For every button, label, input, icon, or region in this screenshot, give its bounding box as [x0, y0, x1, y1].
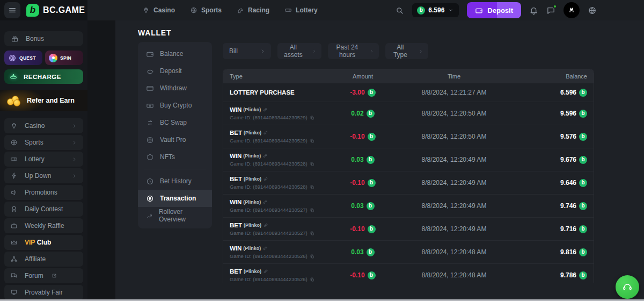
- sidebar-item-affiliate[interactable]: Affiliate: [4, 252, 83, 267]
- sidebar-item-sports[interactable]: Sports: [4, 135, 83, 150]
- headset-icon: [622, 282, 633, 292]
- wallet-icon: [475, 6, 483, 15]
- wallet-nav-transaction[interactable]: Transaction: [138, 190, 212, 207]
- deposit-button[interactable]: Deposit: [467, 2, 521, 18]
- table-header: TypeAmountTimeBalance: [223, 69, 594, 83]
- wallet-nav-bc-swap[interactable]: BC Swap: [138, 114, 212, 131]
- bc-coin-icon: b: [579, 225, 587, 233]
- column-header-amount[interactable]: Amount: [353, 73, 373, 80]
- support-button[interactable]: [616, 275, 639, 299]
- balance-value: 9.716: [560, 225, 576, 233]
- link-icon: [263, 130, 268, 135]
- sidebar-item-label: Daily Contest: [25, 205, 63, 213]
- wallet-nav-rollover-overview[interactable]: Rollover Overview: [138, 207, 212, 224]
- amount-cell: -0.10b: [350, 225, 375, 233]
- chevron-right-icon: [260, 48, 266, 54]
- balance-selector[interactable]: b 6.596: [412, 3, 459, 17]
- wallet-nav-nfts[interactable]: NFTs: [138, 148, 212, 166]
- bc-coin-icon: b: [579, 202, 587, 210]
- nav-item-label: Lottery: [296, 6, 318, 14]
- type-cell: BET(Plinko)Game ID: (891440893444230527): [223, 222, 314, 236]
- refer-and-earn-banner[interactable]: Refer and Earn: [0, 90, 87, 111]
- wallet-nav-vault-pro[interactable]: Vault Pro: [138, 131, 212, 148]
- filter-past-24-hours[interactable]: Past 24 hours: [328, 43, 379, 59]
- sidebar-item-vip-club[interactable]: VIP Club: [4, 235, 83, 250]
- sidebar-item-label: VIP Club: [25, 239, 51, 246]
- chat-online-dot: [553, 4, 557, 9]
- game-name: (Plinko): [244, 269, 261, 274]
- menu-button[interactable]: [4, 2, 20, 18]
- amount-cell: -0.10b: [350, 179, 375, 187]
- bc-coin-icon: b: [367, 110, 375, 118]
- sidebar-item-weekly-raffle[interactable]: Weekly Raffle: [4, 218, 83, 233]
- sidebar-item-forum[interactable]: Forum: [4, 268, 83, 283]
- notifications-button[interactable]: [529, 6, 538, 15]
- balance-cell: 9.716b: [560, 225, 587, 233]
- nav-item-lottery[interactable]: Lottery: [284, 6, 318, 14]
- quest-button[interactable]: QUEST: [4, 51, 42, 65]
- column-header-type[interactable]: Type: [223, 73, 314, 80]
- filter-bill[interactable]: Bill: [223, 43, 271, 59]
- bc-coin-icon: b: [579, 179, 587, 187]
- balance-cell: 9.786b: [560, 271, 587, 280]
- balance-value: 6.596: [560, 89, 576, 96]
- game-id: Game ID: (891440893444230529): [230, 138, 314, 144]
- transaction-section: BillAll assetsPast 24 hoursAll Type Type…: [223, 43, 594, 283]
- sidebar-item-label: Promotions: [25, 189, 57, 196]
- sidebar-item-bonus[interactable]: Bonus: [4, 31, 83, 46]
- nav-item-sports[interactable]: Sports: [190, 6, 222, 14]
- filters-row: BillAll assetsPast 24 hoursAll Type: [223, 43, 594, 59]
- avatar[interactable]: [564, 2, 580, 18]
- language-button[interactable]: [588, 6, 597, 15]
- globe-icon: [588, 6, 597, 15]
- sidebar-item-promotions[interactable]: Promotions: [4, 185, 83, 200]
- recharge-button[interactable]: RECHARGE: [4, 69, 83, 84]
- chat-button[interactable]: [546, 6, 555, 15]
- sidebar-item-lottery[interactable]: Lottery: [4, 152, 83, 167]
- wallet-nav-bet-history[interactable]: Bet History: [138, 173, 212, 190]
- column-header-balance[interactable]: Balance: [566, 73, 587, 80]
- bcgame-logo[interactable]: b BC.GAME: [26, 4, 85, 17]
- ufo-icon: [9, 73, 18, 81]
- bc-coin-icon: b: [417, 6, 425, 15]
- nav-item-casino[interactable]: Casino: [142, 6, 175, 14]
- wallet-nav-label: Withdraw: [160, 84, 187, 92]
- transaction-row: WIN(Plinko)Game ID: (891440893444230527)…: [223, 194, 594, 217]
- bell-icon: [529, 6, 538, 15]
- filter-all-type[interactable]: All Type: [385, 43, 428, 59]
- sidebar-item-casino[interactable]: Casino: [4, 118, 83, 133]
- wallet-nav-deposit[interactable]: Deposit: [138, 62, 212, 80]
- link-icon: [262, 153, 268, 159]
- nav-item-racing[interactable]: Racing: [237, 6, 269, 14]
- chevron-right-icon: [71, 156, 77, 162]
- header-brand-area: b BC.GAME: [0, 0, 87, 20]
- link-icon: [262, 107, 268, 112]
- wallet-nav-label: NFTs: [160, 153, 175, 161]
- amount-value: 0.02: [351, 110, 363, 117]
- filter-all-assets[interactable]: All assets: [277, 43, 321, 59]
- wallet-nav-buy-crypto[interactable]: Buy Crypto: [138, 97, 212, 114]
- bcgame-logo-icon: b: [26, 4, 39, 17]
- wallet-nav-label: Transaction: [160, 195, 196, 202]
- search-icon[interactable]: [395, 6, 404, 15]
- bc-coin-icon: b: [579, 133, 587, 141]
- filter-value: Bill: [229, 47, 238, 55]
- sidebar-item-provably-fair[interactable]: Provably Fair: [4, 285, 83, 300]
- sidebar-item-daily-contest[interactable]: Daily Contest: [4, 202, 83, 217]
- bc-coin-icon: b: [579, 248, 587, 256]
- piggy-icon: [146, 67, 154, 75]
- amount-cell: -3.00b: [350, 89, 375, 97]
- sidebar-item-up-down[interactable]: Up Down: [4, 168, 83, 183]
- amount-cell: -0.10b: [350, 271, 375, 280]
- amount-cell: 0.03b: [351, 202, 374, 210]
- column-header-time[interactable]: Time: [448, 73, 460, 80]
- wallet-nav-label: Rollover Overview: [159, 208, 204, 223]
- crown-icon: [10, 239, 18, 246]
- spin-button[interactable]: SPIN: [45, 51, 83, 65]
- transaction-type: BET: [230, 176, 242, 182]
- gold-coins-icon: [7, 95, 21, 106]
- monitor-icon: [10, 289, 18, 296]
- wallet-nav-withdraw[interactable]: Withdraw: [138, 80, 212, 97]
- game-id: Game ID: (891440893444230529): [230, 114, 314, 120]
- wallet-nav-balance[interactable]: Balance: [138, 45, 212, 62]
